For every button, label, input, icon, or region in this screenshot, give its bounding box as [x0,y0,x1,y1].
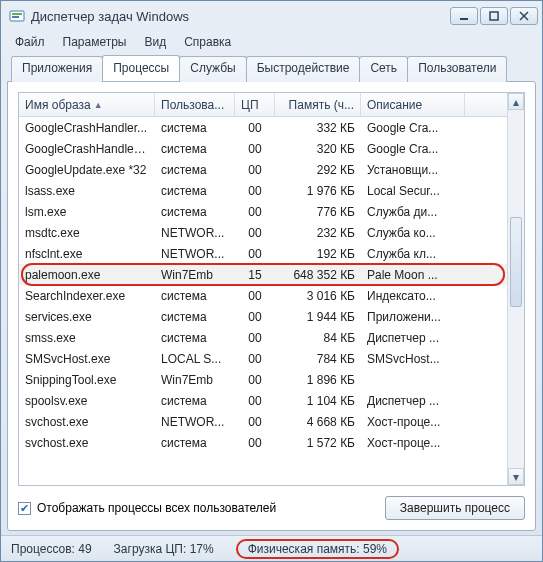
cell-cpu: 00 [235,287,275,305]
cell-desc: Google Cra... [361,140,465,158]
cell-cpu: 00 [235,371,275,389]
scroll-down-button[interactable]: ▾ [508,468,524,485]
statusbar: Процессов: 49 Загрузка ЦП: 17% Физическа… [1,535,542,561]
tab-applications[interactable]: Приложения [11,56,103,82]
cell-user: система [155,203,235,221]
menu-options[interactable]: Параметры [55,33,135,51]
svg-rect-4 [490,12,498,20]
cell-mem: 1 572 КБ [275,434,361,452]
table-row[interactable]: SMSvcHost.exeLOCAL S...00784 КБSMSvcHost… [19,348,507,369]
cell-name: SearchIndexer.exe [19,287,155,305]
cell-name: SnippingTool.exe [19,371,155,389]
table-row[interactable]: lsass.exeсистема001 976 КБLocal Secur... [19,180,507,201]
table-row[interactable]: SearchIndexer.exeсистема003 016 КБИндекс… [19,285,507,306]
cell-cpu: 00 [235,119,275,137]
show-all-label: Отображать процессы всех пользователей [37,501,276,515]
col-memory[interactable]: Память (ч... [275,93,361,116]
cell-desc: Служба кл... [361,245,465,263]
cell-mem: 1 976 КБ [275,182,361,200]
table-row[interactable]: palemoon.exeWin7Emb15648 352 КБPale Moon… [19,264,507,285]
tab-performance[interactable]: Быстродействие [246,56,361,82]
cell-mem: 320 КБ [275,140,361,158]
cell-name: nfsclnt.exe [19,245,155,263]
menu-file[interactable]: Файл [7,33,53,51]
vertical-scrollbar[interactable]: ▴ ▾ [507,93,524,485]
app-icon [9,8,25,24]
cell-cpu: 00 [235,203,275,221]
end-process-button[interactable]: Завершить процесс [385,496,525,520]
cell-user: система [155,392,235,410]
titlebar[interactable]: Диспетчер задач Windows [1,1,542,31]
window-title: Диспетчер задач Windows [31,9,450,24]
table-row[interactable]: GoogleCrashHandler...система00332 КБGoog… [19,117,507,138]
cell-desc: Google Cra... [361,119,465,137]
table-row[interactable]: nfsclnt.exeNETWOR...00192 КБСлужба кл... [19,243,507,264]
cell-name: lsass.exe [19,182,155,200]
cell-cpu: 00 [235,434,275,452]
col-cpu[interactable]: ЦП [235,93,275,116]
cell-cpu: 00 [235,161,275,179]
cell-name: GoogleCrashHandler... [19,119,155,137]
menu-help[interactable]: Справка [176,33,239,51]
minimize-button[interactable] [450,7,478,25]
task-manager-window: Диспетчер задач Windows Файл Параметры В… [0,0,543,562]
cell-mem: 3 016 КБ [275,287,361,305]
cell-desc: Диспетчер ... [361,392,465,410]
cell-desc: Индексато... [361,287,465,305]
cell-name: services.exe [19,308,155,326]
cell-mem: 84 КБ [275,329,361,347]
cell-user: система [155,308,235,326]
cell-user: Win7Emb [155,266,235,284]
cell-cpu: 00 [235,224,275,242]
cell-mem: 776 КБ [275,203,361,221]
cell-user: NETWOR... [155,413,235,431]
col-image-name[interactable]: Имя образа▲ [19,93,155,116]
cell-mem: 192 КБ [275,245,361,263]
table-row[interactable]: svchost.exeNETWOR...004 668 КБХост-проце… [19,411,507,432]
col-description[interactable]: Описание [361,93,465,116]
process-list: Имя образа▲ Пользова... ЦП Память (ч... … [18,92,525,486]
menubar: Файл Параметры Вид Справка [1,31,542,53]
cell-mem: 332 КБ [275,119,361,137]
table-row[interactable]: msdtc.exeNETWOR...00232 КБСлужба ко... [19,222,507,243]
cell-cpu: 00 [235,329,275,347]
scroll-thumb[interactable] [510,217,522,307]
scroll-up-button[interactable]: ▴ [508,93,524,110]
cell-desc: Local Secur... [361,182,465,200]
table-row[interactable]: smss.exeсистема0084 КБДиспетчер ... [19,327,507,348]
tab-services[interactable]: Службы [179,56,246,82]
table-row[interactable]: services.exeсистема001 944 КБПриложени..… [19,306,507,327]
tab-users[interactable]: Пользователи [407,56,507,82]
cell-desc [361,378,465,382]
table-row[interactable]: GoogleCrashHandler6...система00320 КБGoo… [19,138,507,159]
tab-network[interactable]: Сеть [359,56,408,82]
cell-mem: 232 КБ [275,224,361,242]
table-row[interactable]: SnippingTool.exeWin7Emb001 896 КБ [19,369,507,390]
cell-name: GoogleUpdate.exe *32 [19,161,155,179]
tab-panel-processes: Имя образа▲ Пользова... ЦП Память (ч... … [7,81,536,531]
cell-desc: Служба ди... [361,203,465,221]
cell-cpu: 00 [235,350,275,368]
show-all-users-checkbox[interactable]: ✔ Отображать процессы всех пользователей [18,501,377,515]
cell-desc: Диспетчер ... [361,329,465,347]
col-user[interactable]: Пользова... [155,93,235,116]
cell-name: svchost.exe [19,434,155,452]
table-row[interactable]: lsm.exeсистема00776 КБСлужба ди... [19,201,507,222]
menu-view[interactable]: Вид [136,33,174,51]
cell-desc: Pale Moon ... [361,266,465,284]
cell-user: NETWOR... [155,245,235,263]
tabs: Приложения Процессы Службы Быстродействи… [7,55,536,81]
tab-processes[interactable]: Процессы [102,55,180,81]
cell-name: SMSvcHost.exe [19,350,155,368]
svg-rect-2 [12,16,19,18]
table-row[interactable]: svchost.exeсистема001 572 КБХост-проце..… [19,432,507,453]
cell-mem: 4 668 КБ [275,413,361,431]
table-row[interactable]: GoogleUpdate.exe *32система00292 КБУстан… [19,159,507,180]
cell-desc: Хост-проце... [361,434,465,452]
maximize-button[interactable] [480,7,508,25]
close-button[interactable] [510,7,538,25]
table-row[interactable]: spoolsv.exeсистема001 104 КБДиспетчер ..… [19,390,507,411]
checkbox-icon: ✔ [18,502,31,515]
cell-user: система [155,119,235,137]
cell-mem: 784 КБ [275,350,361,368]
